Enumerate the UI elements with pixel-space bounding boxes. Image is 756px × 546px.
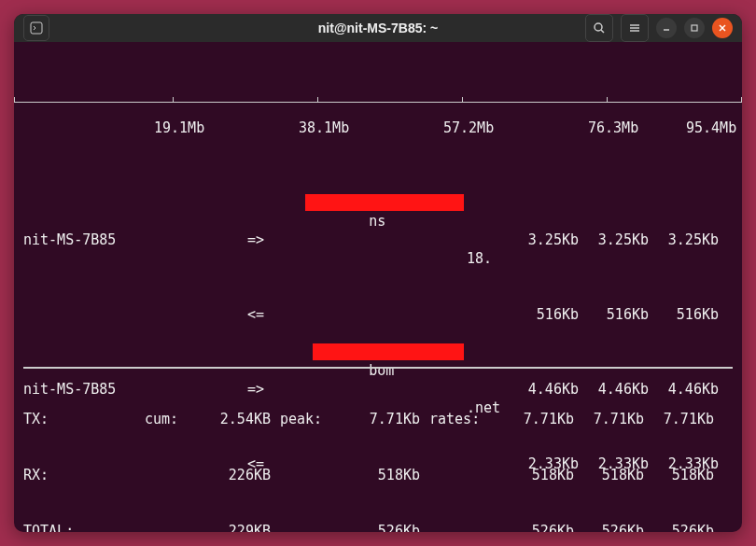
terminal-icon — [30, 21, 43, 35]
rate-2s: 516Kb — [509, 305, 579, 324]
rate-10s: 516Kb — [579, 305, 649, 324]
svg-line-2 — [601, 30, 604, 33]
scale-tick-label: 57.2Mb — [443, 119, 494, 137]
minimize-icon — [662, 23, 671, 33]
scale-tick-label: 95.4Mb — [686, 119, 736, 137]
total-rate-40s: 526Kb — [644, 522, 714, 532]
tx-rate-40s: 7.71Kb — [644, 410, 714, 428]
dst-host: ns 18. — [285, 193, 509, 287]
rx-peak: 518Kb — [345, 466, 420, 484]
redacted-block — [305, 194, 464, 211]
total-peak: 526Kb — [345, 522, 420, 532]
rate-40s: 3.25Kb — [649, 231, 719, 249]
minimize-button[interactable] — [656, 18, 677, 38]
search-icon — [593, 21, 606, 35]
rx-cum: 226KB — [196, 466, 271, 484]
rx-rate-40s: 518Kb — [644, 466, 714, 484]
rate-40s: 516Kb — [649, 305, 719, 324]
maximize-button[interactable] — [684, 18, 705, 38]
summary-footer: TX: cum: 2.54KB peak: 7.71Kb rates: 7.71… — [23, 329, 733, 532]
rates-label: rates: — [420, 410, 504, 428]
footer-divider — [23, 367, 733, 369]
tx-rate-10s: 7.71Kb — [574, 410, 644, 428]
cum-label: cum: — [145, 410, 196, 428]
scale-tick-label: 38.1Mb — [299, 119, 349, 137]
hamburger-icon — [628, 21, 641, 35]
terminal-body[interactable]: 19.1Mb 38.1Mb 57.2Mb 76.3Mb 95.4Mb nit-M… — [14, 42, 742, 532]
new-tab-button[interactable] — [23, 15, 49, 41]
titlebar: nit@nit-MS-7B85: ~ — [14, 14, 742, 42]
src-host: nit-MS-7B85 — [23, 231, 247, 249]
arrow-in: <= — [247, 305, 285, 324]
search-button[interactable] — [585, 14, 613, 42]
peak-label: peak: — [271, 410, 345, 428]
total-label: TOTAL: — [23, 522, 145, 532]
close-button[interactable] — [712, 18, 733, 38]
rate-2s: 3.25Kb — [509, 231, 579, 249]
terminal-window: nit@nit-MS-7B85: ~ — [14, 14, 742, 532]
menu-button[interactable] — [621, 14, 649, 42]
total-rate-10s: 526Kb — [574, 522, 644, 532]
arrow-out: => — [247, 231, 285, 249]
rx-rate-2s: 518Kb — [504, 466, 574, 484]
rx-label: RX: — [23, 466, 145, 484]
tx-rate-2s: 7.71Kb — [504, 410, 574, 428]
rate-10s: 3.25Kb — [579, 231, 649, 249]
summary-row-rx: RX: 226KB 518Kb 518Kb 518Kb 518Kb — [23, 466, 733, 484]
summary-row-tx: TX: cum: 2.54KB peak: 7.71Kb rates: 7.71… — [23, 410, 733, 428]
total-rate-2s: 526Kb — [504, 522, 574, 532]
bandwidth-scale: 19.1Mb 38.1Mb 57.2Mb 76.3Mb 95.4Mb — [14, 79, 742, 111]
svg-rect-7 — [692, 25, 697, 31]
tx-cum: 2.54KB — [196, 410, 271, 428]
close-icon — [718, 23, 727, 33]
connection-row: <= 516Kb 516Kb 516Kb — [14, 305, 742, 324]
svg-point-1 — [595, 23, 602, 31]
rx-rate-10s: 518Kb — [574, 466, 644, 484]
maximize-icon — [690, 23, 699, 33]
connection-row: nit-MS-7B85 => ns 18. 3.25Kb 3.25Kb 3.25… — [14, 231, 742, 249]
scale-tick-label: 76.3Mb — [588, 119, 638, 137]
total-cum: 229KB — [196, 522, 271, 532]
scale-tick-label: 19.1Mb — [154, 119, 204, 137]
summary-row-total: TOTAL: 229KB 526Kb 526Kb 526Kb 526Kb — [23, 522, 733, 532]
tx-peak: 7.71Kb — [345, 410, 420, 428]
svg-rect-0 — [31, 22, 42, 34]
tx-label: TX: — [23, 410, 145, 428]
